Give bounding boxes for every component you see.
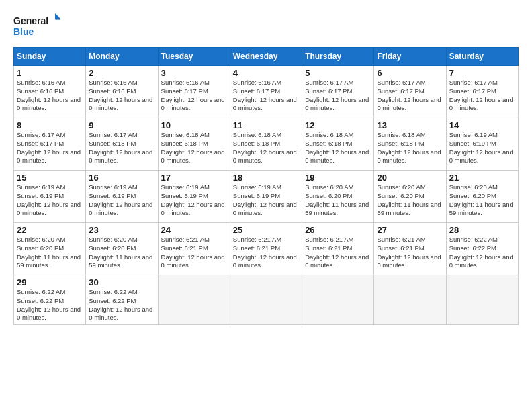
day-number: 8 xyxy=(17,120,83,130)
day-info: Sunrise: 6:21 AMSunset: 6:21 PMDaylight:… xyxy=(377,236,443,270)
calendar-day-cell: 9 Sunrise: 6:17 AMSunset: 6:18 PMDayligh… xyxy=(86,118,158,171)
calendar-day-cell: 22 Sunrise: 6:20 AMSunset: 6:20 PMDaylig… xyxy=(14,223,86,275)
day-number: 12 xyxy=(305,120,371,130)
calendar-day-cell: 12 Sunrise: 6:18 AMSunset: 6:18 PMDaylig… xyxy=(302,118,374,171)
day-number: 29 xyxy=(17,277,83,287)
calendar-day-cell xyxy=(158,275,230,325)
calendar-day-cell: 19 Sunrise: 6:20 AMSunset: 6:20 PMDaylig… xyxy=(302,171,374,223)
svg-text:General: General xyxy=(13,15,48,26)
calendar-day-cell xyxy=(374,275,446,325)
calendar-day-cell: 24 Sunrise: 6:21 AMSunset: 6:21 PMDaylig… xyxy=(158,223,230,275)
day-number: 3 xyxy=(161,68,227,78)
day-number: 25 xyxy=(233,225,299,235)
day-info: Sunrise: 6:19 AMSunset: 6:19 PMDaylight:… xyxy=(89,183,154,218)
day-number: 27 xyxy=(377,225,443,235)
day-number: 20 xyxy=(377,173,443,183)
calendar-day-cell xyxy=(230,275,302,325)
calendar-day-cell: 13 Sunrise: 6:18 AMSunset: 6:18 PMDaylig… xyxy=(374,118,446,171)
calendar-header-row: SundayMondayTuesdayWednesdayThursdayFrid… xyxy=(14,48,519,66)
day-info: Sunrise: 6:19 AMSunset: 6:19 PMDaylight:… xyxy=(233,183,299,218)
day-number: 22 xyxy=(17,225,83,235)
calendar-day-cell: 6 Sunrise: 6:17 AMSunset: 6:17 PMDayligh… xyxy=(374,66,446,118)
day-number: 1 xyxy=(17,68,83,78)
calendar-day-cell: 3 Sunrise: 6:16 AMSunset: 6:17 PMDayligh… xyxy=(158,66,230,118)
calendar-header-monday: Monday xyxy=(86,48,158,66)
day-info: Sunrise: 6:16 AMSunset: 6:16 PMDaylight:… xyxy=(89,79,154,113)
day-info: Sunrise: 6:18 AMSunset: 6:18 PMDaylight:… xyxy=(377,131,443,165)
page: General Blue SundayMondayTuesdayWednesda… xyxy=(0,0,532,332)
calendar-header-thursday: Thursday xyxy=(302,48,374,66)
calendar-week-row: 8 Sunrise: 6:17 AMSunset: 6:17 PMDayligh… xyxy=(14,118,519,171)
calendar-day-cell: 23 Sunrise: 6:20 AMSunset: 6:20 PMDaylig… xyxy=(86,223,158,275)
day-info: Sunrise: 6:21 AMSunset: 6:21 PMDaylight:… xyxy=(161,236,227,270)
day-info: Sunrise: 6:17 AMSunset: 6:17 PMDaylight:… xyxy=(449,79,515,113)
day-info: Sunrise: 6:18 AMSunset: 6:18 PMDaylight:… xyxy=(233,131,299,165)
calendar-day-cell: 18 Sunrise: 6:19 AMSunset: 6:19 PMDaylig… xyxy=(230,171,302,223)
day-number: 21 xyxy=(449,173,515,183)
day-info: Sunrise: 6:19 AMSunset: 6:19 PMDaylight:… xyxy=(161,183,227,218)
calendar-header-tuesday: Tuesday xyxy=(158,48,230,66)
day-info: Sunrise: 6:16 AMSunset: 6:17 PMDaylight:… xyxy=(233,79,299,113)
day-number: 24 xyxy=(161,225,227,235)
calendar-day-cell: 8 Sunrise: 6:17 AMSunset: 6:17 PMDayligh… xyxy=(14,118,86,171)
day-number: 10 xyxy=(161,120,227,130)
calendar-day-cell: 25 Sunrise: 6:21 AMSunset: 6:21 PMDaylig… xyxy=(230,223,302,275)
calendar-day-cell: 28 Sunrise: 6:22 AMSunset: 6:22 PMDaylig… xyxy=(446,223,518,275)
calendar-day-cell: 29 Sunrise: 6:22 AMSunset: 6:22 PMDaylig… xyxy=(14,275,86,325)
day-info: Sunrise: 6:18 AMSunset: 6:18 PMDaylight:… xyxy=(305,131,371,165)
calendar-day-cell: 10 Sunrise: 6:18 AMSunset: 6:18 PMDaylig… xyxy=(158,118,230,171)
calendar-day-cell: 1 Sunrise: 6:16 AMSunset: 6:16 PMDayligh… xyxy=(14,66,86,118)
day-number: 11 xyxy=(233,120,299,130)
day-info: Sunrise: 6:21 AMSunset: 6:21 PMDaylight:… xyxy=(305,236,371,270)
day-info: Sunrise: 6:21 AMSunset: 6:21 PMDaylight:… xyxy=(233,236,299,270)
svg-text:Blue: Blue xyxy=(13,26,34,37)
day-info: Sunrise: 6:22 AMSunset: 6:22 PMDaylight:… xyxy=(17,288,83,322)
day-info: Sunrise: 6:17 AMSunset: 6:17 PMDaylight:… xyxy=(305,79,371,113)
day-info: Sunrise: 6:20 AMSunset: 6:20 PMDaylight:… xyxy=(305,183,371,218)
calendar-day-cell: 21 Sunrise: 6:20 AMSunset: 6:20 PMDaylig… xyxy=(446,171,518,223)
calendar-header-saturday: Saturday xyxy=(446,48,518,66)
day-number: 14 xyxy=(449,120,515,130)
day-number: 17 xyxy=(161,173,227,183)
day-number: 13 xyxy=(377,120,443,130)
day-info: Sunrise: 6:16 AMSunset: 6:16 PMDaylight:… xyxy=(17,79,83,113)
calendar-day-cell: 5 Sunrise: 6:17 AMSunset: 6:17 PMDayligh… xyxy=(302,66,374,118)
day-info: Sunrise: 6:17 AMSunset: 6:18 PMDaylight:… xyxy=(89,131,154,165)
logo-svg: General Blue xyxy=(13,12,60,40)
day-number: 2 xyxy=(89,68,154,78)
day-info: Sunrise: 6:19 AMSunset: 6:19 PMDaylight:… xyxy=(449,131,515,165)
day-info: Sunrise: 6:20 AMSunset: 6:20 PMDaylight:… xyxy=(17,236,83,270)
day-info: Sunrise: 6:17 AMSunset: 6:17 PMDaylight:… xyxy=(17,131,83,165)
calendar: SundayMondayTuesdayWednesdayThursdayFrid… xyxy=(13,47,519,325)
day-number: 7 xyxy=(449,68,515,78)
day-number: 26 xyxy=(305,225,371,235)
day-info: Sunrise: 6:19 AMSunset: 6:19 PMDaylight:… xyxy=(17,183,83,218)
day-number: 6 xyxy=(377,68,443,78)
calendar-day-cell: 20 Sunrise: 6:20 AMSunset: 6:20 PMDaylig… xyxy=(374,171,446,223)
calendar-header-wednesday: Wednesday xyxy=(230,48,302,66)
calendar-day-cell: 17 Sunrise: 6:19 AMSunset: 6:19 PMDaylig… xyxy=(158,171,230,223)
calendar-day-cell xyxy=(446,275,518,325)
calendar-day-cell: 14 Sunrise: 6:19 AMSunset: 6:19 PMDaylig… xyxy=(446,118,518,171)
calendar-week-row: 29 Sunrise: 6:22 AMSunset: 6:22 PMDaylig… xyxy=(14,275,519,325)
day-info: Sunrise: 6:17 AMSunset: 6:17 PMDaylight:… xyxy=(377,79,443,113)
calendar-week-row: 1 Sunrise: 6:16 AMSunset: 6:16 PMDayligh… xyxy=(14,66,519,118)
calendar-day-cell: 16 Sunrise: 6:19 AMSunset: 6:19 PMDaylig… xyxy=(86,171,158,223)
calendar-day-cell: 30 Sunrise: 6:22 AMSunset: 6:22 PMDaylig… xyxy=(86,275,158,325)
logo: General Blue xyxy=(13,12,60,40)
calendar-week-row: 15 Sunrise: 6:19 AMSunset: 6:19 PMDaylig… xyxy=(14,171,519,223)
header: General Blue xyxy=(13,12,519,40)
day-number: 30 xyxy=(89,277,154,287)
day-number: 4 xyxy=(233,68,299,78)
calendar-header-friday: Friday xyxy=(374,48,446,66)
calendar-day-cell: 27 Sunrise: 6:21 AMSunset: 6:21 PMDaylig… xyxy=(374,223,446,275)
calendar-day-cell: 4 Sunrise: 6:16 AMSunset: 6:17 PMDayligh… xyxy=(230,66,302,118)
day-number: 15 xyxy=(17,173,83,183)
day-info: Sunrise: 6:16 AMSunset: 6:17 PMDaylight:… xyxy=(161,79,227,113)
day-info: Sunrise: 6:20 AMSunset: 6:20 PMDaylight:… xyxy=(449,183,515,218)
calendar-day-cell xyxy=(302,275,374,325)
day-number: 5 xyxy=(305,68,371,78)
day-number: 19 xyxy=(305,173,371,183)
day-number: 18 xyxy=(233,173,299,183)
day-info: Sunrise: 6:22 AMSunset: 6:22 PMDaylight:… xyxy=(89,288,154,322)
